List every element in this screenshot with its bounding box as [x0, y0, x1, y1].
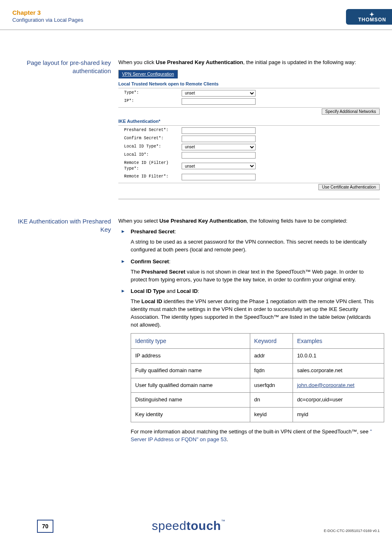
- header-left: Chapter 3 Configuration via Local Pages: [12, 9, 83, 25]
- local-id-label: Local ID*:: [124, 152, 182, 158]
- intro-para-2: When you select Use Preshared Key Authen…: [118, 217, 380, 225]
- table-row: Fully qualified domain name fqdn sales.c…: [131, 363, 384, 378]
- doc-id: E-DOC-CTC-20051017-0169 v0.1: [324, 529, 380, 533]
- brand-name: THOMSON: [358, 17, 386, 22]
- form-section-b: IKE Authentication*: [118, 118, 380, 126]
- page-header: Chapter 3 Configuration via Local Pages …: [0, 0, 392, 30]
- email-link[interactable]: john.doe@corporate.net: [297, 382, 355, 388]
- remote-id-filter-label: Remote ID Filter*:: [124, 174, 182, 180]
- form-tab[interactable]: VPN Server Configuration: [118, 70, 178, 78]
- footer-brand: speedtouch™: [53, 519, 324, 533]
- section-ike-auth: IKE Authentication with Preshared Key Wh…: [12, 217, 380, 454]
- section-page-layout: Page layout for pre-shared key authentic…: [12, 59, 380, 199]
- remote-id-type-select[interactable]: unset: [182, 163, 256, 169]
- preshared-secret-label: Preshared Secret*:: [124, 127, 182, 134]
- table-row: User fully qualified domain name userfqd…: [131, 378, 384, 393]
- intro-para-1: When you click Use Preshared Key Authent…: [118, 59, 380, 67]
- ip-input[interactable]: [182, 98, 256, 105]
- page-number: 70: [37, 520, 53, 533]
- vpn-config-screenshot: VPN Server Configuration Local Trusted N…: [118, 70, 380, 191]
- side-heading-2: IKE Authentication with Preshared Key: [12, 217, 111, 454]
- th-keyword: Keyword: [250, 333, 293, 348]
- bullet-preshared-secret: Preshared Secret: A string to be used as…: [118, 228, 380, 254]
- form-section-a: Local Trusted Network open to Remote Cli…: [118, 81, 380, 88]
- chapter-title: Chapter 3: [12, 9, 83, 16]
- bullet-confirm-secret: Confirm Secret: The Preshared Secret val…: [118, 258, 380, 284]
- ip-label: IP*:: [124, 98, 182, 104]
- identity-type-table: Identity type Keyword Examples IP addres…: [131, 333, 384, 423]
- th-examples: Examples: [293, 333, 384, 348]
- confirm-secret-label: Confirm Secret*:: [124, 136, 182, 142]
- specify-networks-button[interactable]: Specify Additional Networks: [322, 108, 380, 115]
- side-heading-1: Page layout for pre-shared key authentic…: [12, 59, 111, 199]
- remote-id-type-label: Remote ID (Filter) Type*:: [124, 160, 182, 172]
- type-label: Type*:: [124, 90, 182, 96]
- local-id-type-label: Local ID Type*:: [124, 144, 182, 150]
- brand-badge: ✦ THOMSON: [346, 9, 392, 25]
- local-id-input[interactable]: [182, 152, 256, 159]
- local-id-type-select[interactable]: unset: [182, 144, 256, 150]
- confirm-secret-input[interactable]: [182, 136, 256, 142]
- preshared-secret-input[interactable]: [182, 127, 256, 134]
- type-select[interactable]: unset: [182, 90, 256, 97]
- bullet-local-id: Local ID Type and Local ID: The Local ID…: [118, 288, 380, 329]
- table-row: IP address addr 10.0.0.1: [131, 348, 384, 363]
- table-row: Distinguished name dn dc=corpor,uid=user: [131, 393, 384, 408]
- more-info-para: For more information about matching the …: [118, 428, 380, 444]
- table-row: Key identity keyid myid: [131, 408, 384, 422]
- globe-icon: ✦: [369, 12, 375, 17]
- use-cert-auth-button[interactable]: Use Certificate Authentication: [318, 184, 380, 190]
- remote-id-filter-input[interactable]: [182, 174, 256, 180]
- th-identity-type: Identity type: [131, 333, 250, 348]
- chapter-subtitle: Configuration via Local Pages: [12, 17, 83, 23]
- page-footer: 70 speedtouch™ E-DOC-CTC-20051017-0169 v…: [0, 519, 392, 533]
